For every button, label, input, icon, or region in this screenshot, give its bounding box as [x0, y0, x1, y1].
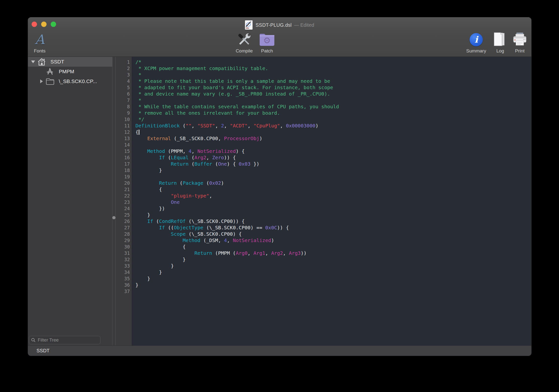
- code-line[interactable]: 28 Scope (\_SB.SCK0.CP00) {: [116, 231, 531, 237]
- filter-tree-input[interactable]: [37, 337, 98, 343]
- line-number: 14: [116, 142, 132, 148]
- code-line[interactable]: 11DefinitionBlock ("", "SSDT", 2, "ACDT"…: [116, 122, 531, 129]
- code-line[interactable]: 18 }: [116, 167, 531, 173]
- tree-item--sb-sck0-cp-[interactable]: \_SB.SCK0.CP...: [28, 76, 112, 86]
- code-line[interactable]: 30 {: [116, 244, 531, 250]
- code-line[interactable]: 17 Return (Buffer (One) { 0x03 }): [116, 161, 531, 167]
- line-text: *: [132, 97, 141, 103]
- doc-type-label: DSL: [245, 27, 249, 29]
- method-icon: [46, 67, 54, 76]
- window-header[interactable]: DSL SSDT-PLUG.dsl — Edited A Fonts: [28, 17, 531, 57]
- line-number: 27: [116, 224, 132, 231]
- line-number: 30: [116, 244, 132, 250]
- line-text: }: [132, 282, 138, 288]
- line-text: {: [132, 244, 186, 250]
- line-text: * and device name may vary (e.g. _SB_.PR…: [132, 91, 330, 97]
- line-number: 21: [116, 186, 132, 193]
- line-text: If (LEqual (Arg2, Zero)) {: [132, 154, 236, 161]
- line-number: 11: [116, 122, 132, 129]
- patch-label: Patch: [252, 48, 282, 54]
- code-line[interactable]: 13 External (_SB_.SCK0.CP00, ProcessorOb…: [116, 135, 531, 142]
- line-number: 35: [116, 275, 132, 282]
- code-line[interactable]: 21 {: [116, 186, 531, 193]
- code-line[interactable]: 24 }): [116, 205, 531, 212]
- line-text: *: [132, 72, 141, 78]
- line-number: 23: [116, 199, 132, 205]
- tree-item-ssdt[interactable]: SSDT: [28, 57, 112, 67]
- app-window: DSL SSDT-PLUG.dsl — Edited A Fonts: [28, 17, 531, 356]
- line-text: * remove all the ones irrelevant for you…: [132, 110, 280, 116]
- code-line[interactable]: 6 * and device name may vary (e.g. _SB_.…: [116, 91, 531, 97]
- code-line[interactable]: 9 * remove all the ones irrelevant for y…: [116, 110, 531, 116]
- code-line[interactable]: 29 Method (_DSM, 4, NotSerialized): [116, 237, 531, 244]
- code-line[interactable]: 12{: [116, 129, 531, 135]
- content-area: SSDTPMPM\_SB.SCK0.CP... 1/*2 * XCPM powe…: [28, 57, 531, 345]
- document-icon: DSL: [245, 20, 253, 30]
- line-number: 28: [116, 231, 132, 237]
- code-line[interactable]: 8 * While the table contains several exa…: [116, 103, 531, 110]
- line-number: 9: [116, 110, 132, 116]
- code-line[interactable]: 23 One: [116, 199, 531, 205]
- code-editor[interactable]: 1/*2 * XCPM power management compatibili…: [116, 57, 531, 345]
- splitter-handle-icon[interactable]: [112, 216, 116, 219]
- filter-tree-field[interactable]: [29, 336, 100, 344]
- line-text: }: [132, 275, 150, 282]
- line-text: One: [132, 199, 180, 205]
- sidebar-splitter[interactable]: [112, 57, 116, 345]
- line-number: 15: [116, 148, 132, 154]
- code-line[interactable]: 4 * Please note that this table is only …: [116, 78, 531, 84]
- line-number: 33: [116, 263, 132, 269]
- fonts-button[interactable]: A Fonts: [30, 31, 49, 54]
- code-line[interactable]: 26 If (CondRefOf (\_SB.SCK0.CP00)) {: [116, 218, 531, 224]
- line-text: Method (_DSM, 4, NotSerialized): [132, 237, 274, 244]
- code-line[interactable]: 16 If (LEqual (Arg2, Zero)) {: [116, 154, 531, 161]
- print-label: Print: [506, 48, 531, 54]
- code-line[interactable]: 35 }: [116, 275, 531, 282]
- print-button[interactable]: Print: [506, 31, 531, 54]
- line-text: * Please note that this table is only a …: [132, 78, 330, 84]
- code-line[interactable]: 31 Return (PMPM (Arg0, Arg1, Arg2, Arg3)…: [116, 250, 531, 256]
- tree-item-pmpm[interactable]: PMPM: [28, 67, 112, 76]
- patch-button[interactable]: ⚙ Patch: [252, 31, 282, 54]
- line-number: 24: [116, 205, 132, 212]
- code-line[interactable]: 22 "plugin-type",: [116, 193, 531, 199]
- window-title-edited: — Edited: [294, 22, 314, 28]
- line-number: 31: [116, 250, 132, 256]
- status-path: SSDT: [36, 348, 49, 354]
- code-line[interactable]: 32 }: [116, 256, 531, 263]
- line-text: DefinitionBlock ("", "SSDT", 2, "ACDT", …: [132, 122, 318, 129]
- code-line[interactable]: 2 * XCPM power management compatibility …: [116, 65, 531, 72]
- line-text: }: [132, 167, 162, 173]
- code-line[interactable]: 3 *: [116, 72, 531, 78]
- code-line[interactable]: 25 }: [116, 212, 531, 218]
- line-text: }: [132, 263, 174, 269]
- line-number: 4: [116, 78, 132, 84]
- folder-icon: [46, 77, 54, 86]
- code-line[interactable]: 34 }: [116, 269, 531, 275]
- code-line[interactable]: 27 If ((ObjectType (\_SB.SCK0.CP00) == 0…: [116, 224, 531, 231]
- tree-item-label: SSDT: [50, 59, 64, 65]
- fonts-label: Fonts: [30, 48, 49, 54]
- line-text: Return (PMPM (Arg0, Arg1, Arg2, Arg3)): [132, 250, 306, 256]
- code-line[interactable]: 7 *: [116, 97, 531, 103]
- code-line[interactable]: 10 */: [116, 116, 531, 122]
- code-line[interactable]: 14: [116, 142, 531, 148]
- code-line[interactable]: 37: [116, 288, 531, 294]
- svg-text:⚙: ⚙: [263, 36, 271, 45]
- code-line[interactable]: 1/*: [116, 59, 531, 65]
- disclosure-down-icon[interactable]: [31, 61, 35, 63]
- line-number: 6: [116, 91, 132, 97]
- line-number: 5: [116, 84, 132, 91]
- code-line[interactable]: 33 }: [116, 263, 531, 269]
- code-line[interactable]: 5 * adapted to fit your board's ACPI sta…: [116, 84, 531, 91]
- line-number: 34: [116, 269, 132, 275]
- disclosure-right-icon[interactable]: [39, 79, 44, 83]
- line-text: [132, 173, 135, 180]
- code-line[interactable]: 19: [116, 173, 531, 180]
- code-line[interactable]: 15 Method (PMPM, 4, NotSerialized) {: [116, 148, 531, 154]
- line-text: Scope (\_SB.SCK0.CP00) {: [132, 231, 242, 237]
- code-line[interactable]: 20 Return (Package (0x02): [116, 180, 531, 186]
- code-line[interactable]: 36}: [116, 282, 531, 288]
- line-text: }: [132, 256, 186, 263]
- line-text: External (_SB_.SCK0.CP00, ProcessorObj): [132, 135, 262, 142]
